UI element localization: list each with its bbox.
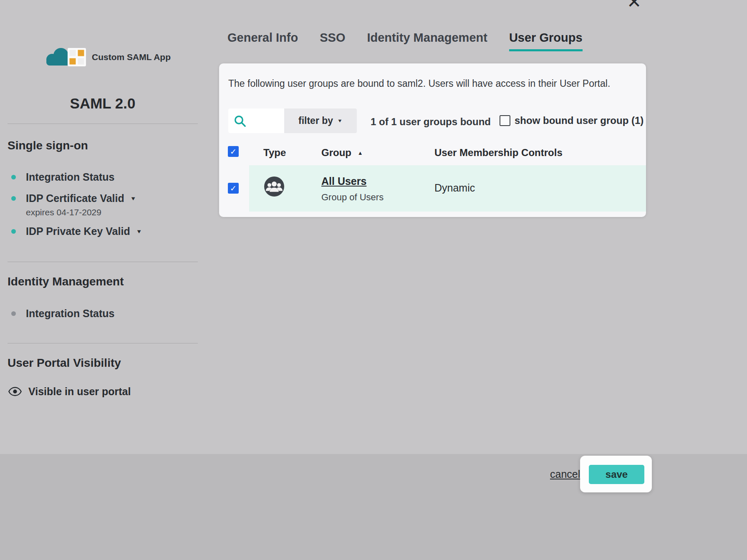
user-portal-visibility-heading: User Portal Visibility xyxy=(8,356,121,370)
search-filter-bar: filter by ▼ xyxy=(228,108,357,133)
tab-bar: General Info SSO Identity Management Use… xyxy=(227,31,583,51)
row-checkbox-cell: ✓ xyxy=(228,183,239,194)
row-checkbox[interactable]: ✓ xyxy=(228,183,239,194)
status-dot-icon xyxy=(11,229,16,234)
table-row[interactable]: All Users Group of Users Dynamic xyxy=(249,165,646,212)
membership-control-value: Dynamic xyxy=(434,182,475,194)
sso-integration-status-item: Integration Status xyxy=(11,171,115,183)
custom-saml-app-logo-icon xyxy=(43,46,88,68)
filter-by-label: filter by xyxy=(298,115,333,126)
portal-visibility-label: Visible in user portal xyxy=(28,386,131,398)
identity-management-heading: Identity Management xyxy=(8,275,124,288)
select-all-checkbox[interactable]: ✓ xyxy=(228,146,239,157)
group-header-label: Group xyxy=(321,147,351,158)
divider xyxy=(8,343,198,343)
filter-by-dropdown[interactable]: filter by ▼ xyxy=(284,108,357,133)
chevron-down-icon[interactable]: ▼ xyxy=(130,195,136,201)
tab-sso[interactable]: SSO xyxy=(320,31,345,51)
idp-private-key-item[interactable]: IDP Private Key Valid ▼ xyxy=(11,225,142,237)
check-icon: ✓ xyxy=(230,148,237,156)
cancel-button[interactable]: cancel xyxy=(550,468,580,480)
divider xyxy=(8,124,198,124)
search-input[interactable] xyxy=(250,113,282,129)
column-header-group[interactable]: Group ▲ xyxy=(321,147,363,159)
chevron-down-icon: ▼ xyxy=(337,118,343,124)
eye-icon xyxy=(8,387,22,396)
certificate-expiry-label: expires 04-17-2029 xyxy=(26,207,101,217)
portal-visibility-row: Visible in user portal xyxy=(8,386,131,398)
group-subtitle: Group of Users xyxy=(321,192,384,203)
search-box[interactable] xyxy=(228,108,284,133)
show-bound-label: show bound user group (1) xyxy=(515,115,644,126)
group-name-link[interactable]: All Users xyxy=(321,175,366,187)
panel-description: The following user groups are bound to s… xyxy=(228,78,610,89)
column-header-type: Type xyxy=(263,147,286,159)
select-all-row: ✓ xyxy=(228,146,239,157)
idp-certificate-label: IDP Certificate Valid xyxy=(26,192,124,204)
search-icon xyxy=(234,115,246,127)
close-icon[interactable]: ✕ xyxy=(627,0,641,11)
user-groups-panel: The following user groups are bound to s… xyxy=(219,63,646,217)
status-dot-icon xyxy=(11,311,16,316)
app-logo: Custom SAML App xyxy=(43,46,171,68)
protocol-title: SAML 2.0 xyxy=(8,95,198,112)
check-icon: ✓ xyxy=(230,184,237,192)
show-bound-toggle[interactable]: show bound user group (1) xyxy=(500,115,644,126)
tab-general-info[interactable]: General Info xyxy=(227,31,298,51)
footer-bar: cancel save xyxy=(0,454,747,560)
sso-section-heading: Single sign-on xyxy=(8,139,88,152)
status-dot-icon xyxy=(11,196,16,201)
sort-ascending-icon[interactable]: ▲ xyxy=(358,150,363,156)
sso-integration-status-label: Integration Status xyxy=(26,171,115,183)
bound-summary-label: 1 of 1 user groups bound xyxy=(371,116,491,128)
divider xyxy=(8,262,198,262)
tab-user-groups[interactable]: User Groups xyxy=(509,31,583,51)
idp-private-key-label: IDP Private Key Valid xyxy=(26,225,130,237)
status-dot-icon xyxy=(11,175,16,179)
app-name-label: Custom SAML App xyxy=(92,52,171,62)
idm-integration-status-item: Integration Status xyxy=(11,308,115,320)
chevron-down-icon[interactable]: ▼ xyxy=(136,228,142,234)
show-bound-checkbox[interactable] xyxy=(500,115,510,126)
tab-identity-management[interactable]: Identity Management xyxy=(367,31,487,51)
save-button-container: save xyxy=(580,456,652,492)
idp-certificate-item[interactable]: IDP Certificate Valid ▼ xyxy=(11,192,136,204)
column-header-membership-controls: User Membership Controls xyxy=(434,147,563,159)
idm-integration-status-label: Integration Status xyxy=(26,308,115,320)
save-button[interactable]: save xyxy=(589,465,644,484)
user-group-avatar-icon xyxy=(264,177,284,197)
